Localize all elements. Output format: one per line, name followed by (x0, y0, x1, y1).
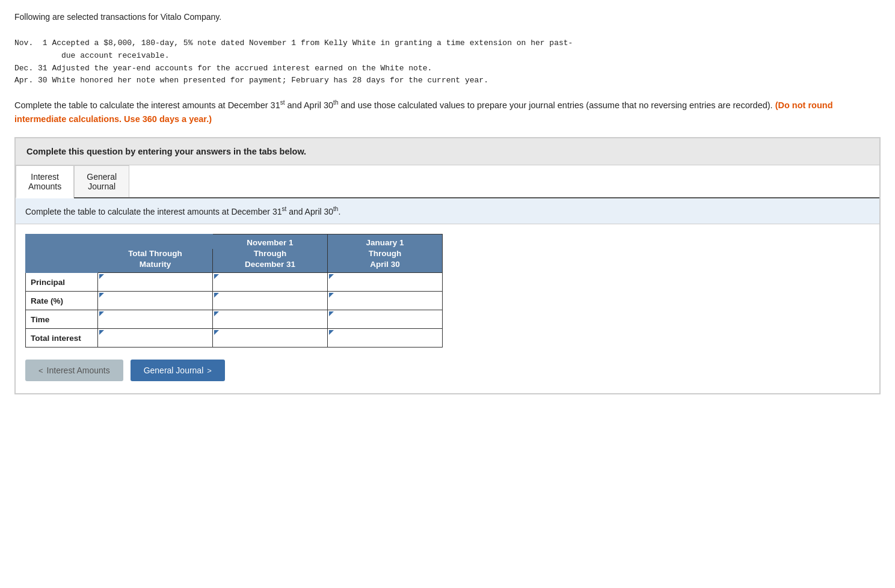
tab-interest-amounts-label: InterestAmounts (28, 172, 61, 191)
triangle-icon (329, 293, 334, 298)
th-empty-1 (26, 234, 98, 250)
table-header-top: November 1 January 1 (26, 234, 443, 250)
row-time-col3[interactable] (328, 310, 443, 329)
interest-table: November 1 January 1 Total Through Throu… (25, 234, 443, 348)
rate-total-input[interactable] (104, 292, 212, 310)
triangle-icon (99, 330, 104, 335)
bottom-navigation: < Interest Amounts General Journal > (25, 360, 870, 381)
table-row: Time (26, 310, 443, 329)
principal-dec31-input[interactable] (219, 273, 327, 291)
table-header-bot: Maturity December 31 April 30 (26, 260, 443, 273)
row-total-interest-label: Total interest (26, 329, 98, 348)
table-row: Principal (26, 273, 443, 292)
triangle-icon (214, 274, 219, 279)
next-button-label: General Journal (144, 366, 204, 375)
row-time-col1[interactable] (98, 310, 213, 329)
th-empty-2 (98, 234, 213, 250)
time-apr30-input[interactable] (334, 310, 442, 328)
th-total-bot: Maturity (98, 260, 213, 273)
highlight-text: (Do not round intermediate calculations.… (14, 100, 833, 124)
tab-interest-amounts[interactable]: InterestAmounts (16, 165, 74, 198)
row-rate-col3[interactable] (328, 292, 443, 310)
principal-apr30-input[interactable] (334, 273, 442, 291)
chevron-right-icon: > (207, 366, 212, 375)
th-total-mid: Total Through (98, 249, 213, 260)
transactions-text: Nov. 1 Accepted a $8,000, 180-day, 5% no… (14, 37, 881, 87)
intro-line1: Following are selected transactions for … (14, 12, 881, 22)
row-principal-col2[interactable] (213, 273, 328, 292)
row-time-label: Time (26, 310, 98, 329)
triangle-icon (214, 293, 219, 298)
triangle-icon (329, 311, 334, 316)
tab-general-journal[interactable]: GeneralJournal (74, 165, 129, 197)
time-total-input[interactable] (104, 310, 212, 328)
row-rate-label: Rate (%) (26, 292, 98, 310)
triangle-icon (99, 274, 104, 279)
table-row: Rate (%) (26, 292, 443, 310)
rate-dec31-input[interactable] (219, 292, 327, 310)
triangle-icon (214, 330, 219, 335)
prev-button-label: Interest Amounts (47, 366, 110, 375)
rate-apr30-input[interactable] (334, 292, 442, 310)
total-interest-apr30-input[interactable] (334, 329, 442, 347)
row-time-col2[interactable] (213, 310, 328, 329)
row-rate-col2[interactable] (213, 292, 328, 310)
tabs-row: InterestAmounts GeneralJournal (16, 165, 879, 198)
table-row: Total interest (26, 329, 443, 348)
triangle-icon (99, 311, 104, 316)
row-principal-label: Principal (26, 273, 98, 292)
prev-button[interactable]: < Interest Amounts (25, 360, 123, 381)
row-rate-col1[interactable] (98, 292, 213, 310)
tab-instruction: Complete the table to calculate the inte… (16, 198, 879, 224)
th-apr30-bot: April 30 (328, 260, 443, 273)
table-header-mid: Total Through Through Through (26, 249, 443, 260)
instruction-text: Complete the table to calculate the inte… (14, 98, 881, 126)
th-jan1-top: January 1 (328, 234, 443, 250)
th-nov1-top: November 1 (213, 234, 328, 250)
principal-total-input[interactable] (104, 273, 212, 291)
triangle-icon (99, 293, 104, 298)
triangle-icon (214, 311, 219, 316)
row-total-interest-col3[interactable] (328, 329, 443, 348)
time-dec31-input[interactable] (219, 310, 327, 328)
tab-content-interest-amounts: Complete the table to calculate the inte… (16, 198, 879, 381)
total-interest-total-input[interactable] (104, 329, 212, 347)
row-total-interest-col2[interactable] (213, 329, 328, 348)
question-container: Complete this question by entering your … (14, 137, 881, 394)
complete-box: Complete this question by entering your … (15, 138, 880, 165)
tab-general-journal-label: GeneralJournal (87, 172, 117, 191)
triangle-icon (329, 330, 334, 335)
th-nov1-mid: Through (213, 249, 328, 260)
chevron-left-icon: < (38, 366, 43, 375)
total-interest-dec31-input[interactable] (219, 329, 327, 347)
triangle-icon (329, 274, 334, 279)
row-principal-col1[interactable] (98, 273, 213, 292)
tabs-container: InterestAmounts GeneralJournal Complete … (15, 165, 880, 394)
th-jan1-mid: Through (328, 249, 443, 260)
row-principal-col3[interactable] (328, 273, 443, 292)
next-button[interactable]: General Journal > (131, 360, 225, 381)
th-empty-3 (26, 249, 98, 260)
complete-box-label: Complete this question by entering your … (26, 147, 306, 156)
row-total-interest-col1[interactable] (98, 329, 213, 348)
th-empty-4 (26, 260, 98, 273)
th-dec31-bot: December 31 (213, 260, 328, 273)
